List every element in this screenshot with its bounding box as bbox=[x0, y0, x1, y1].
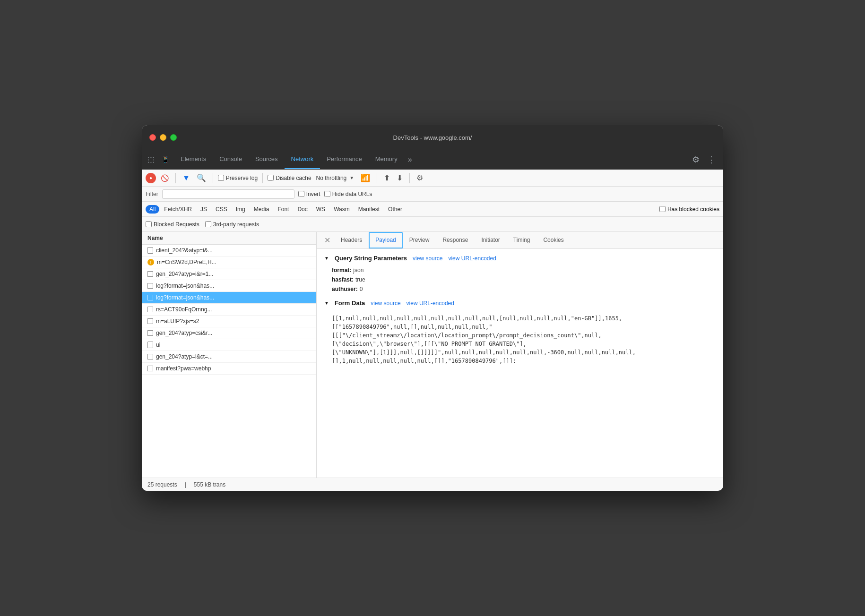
request-item[interactable]: rs=ACT90oFqOrnng... bbox=[142, 304, 316, 316]
titlebar: DevTools - www.google.com/ bbox=[142, 125, 723, 150]
type-btn-js[interactable]: JS bbox=[197, 205, 211, 214]
network-toolbar: ● 🚫 ▼ 🔍 Preserve log Disable cache No th… bbox=[142, 170, 723, 187]
filter-icon[interactable]: ▼ bbox=[181, 173, 192, 183]
type-btn-all[interactable]: All bbox=[146, 205, 159, 214]
tab-performance[interactable]: Performance bbox=[320, 150, 368, 169]
checkbox-icon bbox=[147, 271, 153, 277]
more-tabs-button[interactable]: » bbox=[404, 154, 416, 166]
minimize-button[interactable] bbox=[160, 134, 166, 141]
type-btn-fetch-xhr[interactable]: Fetch/XHR bbox=[160, 205, 196, 214]
request-item[interactable]: client_204?&atyp=i&... bbox=[142, 245, 316, 257]
has-blocked-cookies-label: Has blocked cookies bbox=[667, 206, 719, 213]
request-item[interactable]: log?format=json&has... bbox=[142, 280, 316, 292]
tab-network[interactable]: Network bbox=[285, 150, 320, 169]
type-btn-manifest[interactable]: Manifest bbox=[355, 205, 383, 214]
transferred-size: 555 kB trans bbox=[194, 481, 225, 488]
request-name: m=aLUfP?xjs=s2 bbox=[156, 318, 199, 325]
param-row-authuser: authuser: 0 bbox=[324, 284, 716, 294]
hide-data-urls-label: Hide data URLs bbox=[332, 191, 372, 197]
type-btn-wasm[interactable]: Wasm bbox=[330, 205, 354, 214]
search-icon[interactable]: 🔍 bbox=[195, 172, 208, 183]
device-icon[interactable]: 📱 bbox=[159, 154, 171, 165]
checkbox-icon bbox=[147, 318, 153, 324]
tab-timing[interactable]: Timing bbox=[507, 232, 537, 248]
view-source-link[interactable]: view source bbox=[413, 255, 442, 262]
settings-icon[interactable]: ⚙ bbox=[688, 153, 703, 167]
more-options-icon[interactable]: ⋮ bbox=[703, 153, 719, 167]
type-btn-img[interactable]: Img bbox=[232, 205, 249, 214]
checkbox-selected-icon bbox=[147, 295, 153, 300]
throttle-arrow-icon[interactable]: ▼ bbox=[349, 175, 354, 180]
tab-elements[interactable]: Elements bbox=[174, 150, 213, 169]
checkbox-icon bbox=[147, 283, 153, 289]
request-name: rs=ACT90oFqOrnng... bbox=[156, 306, 212, 313]
tab-memory[interactable]: Memory bbox=[369, 150, 404, 169]
checkbox-icon bbox=[147, 354, 153, 359]
maximize-button[interactable] bbox=[170, 134, 177, 141]
view-url-encoded-link[interactable]: view URL-encoded bbox=[448, 255, 496, 262]
tab-payload[interactable]: Payload bbox=[369, 232, 402, 248]
requests-count: 25 requests bbox=[147, 481, 177, 488]
query-string-title: Query String Parameters bbox=[335, 255, 407, 262]
request-item-selected[interactable]: log?format=json&has... bbox=[142, 292, 316, 304]
param-key-hasfast: hasfast: bbox=[332, 276, 354, 283]
request-item[interactable]: m=aLUfP?xjs=s2 bbox=[142, 316, 316, 327]
type-btn-doc[interactable]: Doc bbox=[294, 205, 311, 214]
triangle-icon-2: ▼ bbox=[324, 300, 329, 306]
third-party-requests-checkbox[interactable] bbox=[205, 221, 211, 227]
request-name: manifest?pwa=webhp bbox=[156, 365, 211, 372]
request-item[interactable]: gen_204?atyp=i&ct=... bbox=[142, 351, 316, 363]
devtools-window: DevTools - www.google.com/ ⬚ 📱 Elements … bbox=[142, 125, 723, 491]
filter-bar: Filter Invert Hide data URLs bbox=[142, 187, 723, 202]
has-blocked-cookies-checkbox[interactable] bbox=[659, 206, 666, 212]
form-data-view-url-encoded-link[interactable]: view URL-encoded bbox=[407, 300, 454, 307]
traffic-lights bbox=[149, 134, 177, 141]
has-blocked-cookies-group: Has blocked cookies bbox=[659, 206, 719, 213]
tab-response[interactable]: Response bbox=[436, 232, 475, 248]
tab-console[interactable]: Console bbox=[213, 150, 249, 169]
request-name: ui bbox=[156, 342, 160, 348]
param-key-authuser: authuser: bbox=[332, 286, 358, 292]
record-button[interactable]: ● bbox=[146, 173, 156, 183]
tab-preview[interactable]: Preview bbox=[403, 232, 436, 248]
separator-1 bbox=[175, 173, 176, 183]
type-btn-other[interactable]: Other bbox=[384, 205, 406, 214]
detail-pane: ✕ Headers Payload Preview Response Initi… bbox=[317, 232, 723, 478]
tab-initiator[interactable]: Initiator bbox=[475, 232, 506, 248]
clear-icon[interactable]: 🚫 bbox=[159, 173, 171, 183]
request-name: gen_204?atyp=i&r=1... bbox=[156, 271, 213, 277]
preserve-log-label: Preserve log bbox=[226, 175, 258, 181]
download-icon[interactable]: ⬇ bbox=[395, 172, 405, 183]
blocked-requests-checkbox[interactable] bbox=[146, 221, 152, 227]
type-btn-media[interactable]: Media bbox=[250, 205, 273, 214]
request-item[interactable]: gen_204?atyp=csi&r... bbox=[142, 327, 316, 339]
request-item[interactable]: ui bbox=[142, 339, 316, 351]
doc-icon bbox=[147, 247, 153, 254]
invert-group: Invert bbox=[298, 191, 320, 197]
request-item[interactable]: gen_204?atyp=i&r=1... bbox=[142, 268, 316, 280]
cursor-icon[interactable]: ⬚ bbox=[146, 153, 156, 166]
wifi-icon[interactable]: 📶 bbox=[359, 172, 372, 183]
tab-sources[interactable]: Sources bbox=[249, 150, 285, 169]
disable-cache-group: Disable cache bbox=[268, 175, 311, 181]
invert-checkbox[interactable] bbox=[298, 191, 304, 197]
request-item[interactable]: ! m=CnSW2d,DPreE,H... bbox=[142, 257, 316, 268]
request-name: log?format=json&has... bbox=[156, 294, 214, 301]
filter-input[interactable] bbox=[162, 189, 294, 199]
type-btn-font[interactable]: Font bbox=[274, 205, 293, 214]
blocked-requests-label: Blocked Requests bbox=[154, 221, 199, 228]
network-settings-icon[interactable]: ⚙ bbox=[415, 172, 425, 183]
preserve-log-checkbox[interactable] bbox=[218, 175, 224, 181]
request-item[interactable]: manifest?pwa=webhp bbox=[142, 363, 316, 375]
disable-cache-checkbox[interactable] bbox=[268, 175, 274, 181]
tab-headers[interactable]: Headers bbox=[334, 232, 369, 248]
hide-data-urls-checkbox[interactable] bbox=[324, 191, 330, 197]
type-btn-ws[interactable]: WS bbox=[312, 205, 329, 214]
triangle-icon: ▼ bbox=[324, 256, 329, 261]
upload-icon[interactable]: ⬆ bbox=[382, 172, 392, 183]
type-btn-css[interactable]: CSS bbox=[212, 205, 231, 214]
close-button[interactable] bbox=[149, 134, 156, 141]
close-detail-button[interactable]: ✕ bbox=[320, 232, 334, 249]
tab-cookies[interactable]: Cookies bbox=[536, 232, 570, 248]
form-data-view-source-link[interactable]: view source bbox=[371, 300, 400, 307]
